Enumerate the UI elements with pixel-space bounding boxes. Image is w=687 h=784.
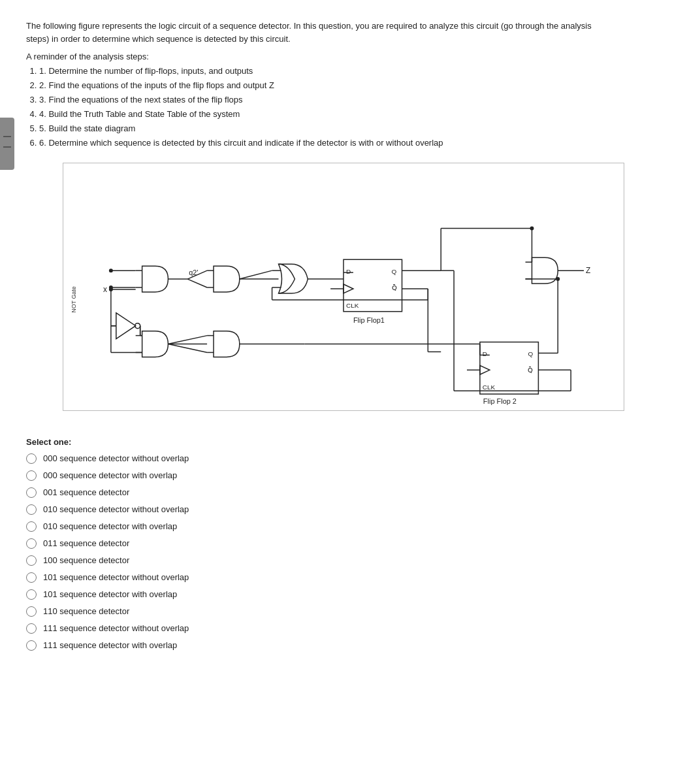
step-2: 2. Find the equations of the inputs of t…: [39, 78, 661, 93]
option-label-3[interactable]: 001 sequence detector: [43, 487, 129, 497]
option-item-5[interactable]: 010 sequence detector with overlap: [26, 521, 661, 532]
svg-line-46: [168, 344, 207, 352]
radio-opt9[interactable]: [26, 589, 37, 600]
option-label-8[interactable]: 101 sequence detector without overlap: [43, 572, 189, 582]
sidebar-handle: [0, 118, 14, 170]
option-item-7[interactable]: 100 sequence detector: [26, 555, 661, 566]
radio-opt12[interactable]: [26, 640, 37, 651]
svg-line-17: [240, 270, 272, 279]
option-label-6[interactable]: 011 sequence detector: [43, 538, 129, 548]
svg-line-13: [187, 279, 207, 287]
not-gate-label: NOT Gate: [71, 286, 77, 313]
options-list: 000 sequence detector without overlap000…: [26, 453, 661, 651]
option-item-6[interactable]: 011 sequence detector: [26, 538, 661, 549]
option-item-12[interactable]: 111 sequence detector with overlap: [26, 640, 661, 651]
radio-opt8[interactable]: [26, 572, 37, 583]
svg-text:CLK: CLK: [483, 384, 496, 391]
option-item-4[interactable]: 010 sequence detector without overlap: [26, 504, 661, 515]
circuit-svg: NOT Gate x q2': [63, 163, 624, 410]
reminder-section: A reminder of the analysis steps: 1. Det…: [26, 52, 661, 151]
option-label-9[interactable]: 101 sequence detector with overlap: [43, 589, 177, 599]
svg-line-45: [168, 335, 207, 344]
option-label-5[interactable]: 010 sequence detector with overlap: [43, 521, 177, 531]
option-item-1[interactable]: 000 sequence detector without overlap: [26, 453, 661, 464]
radio-opt2[interactable]: [26, 470, 37, 481]
radio-opt5[interactable]: [26, 521, 37, 532]
option-item-8[interactable]: 101 sequence detector without overlap: [26, 572, 661, 583]
svg-text:Q̄: Q̄: [528, 367, 534, 374]
svg-point-58: [556, 277, 560, 281]
ff1-label: Flip Flop1: [353, 316, 385, 323]
radio-opt11[interactable]: [26, 623, 37, 634]
reminder-title: A reminder of the analysis steps:: [26, 52, 661, 61]
svg-marker-1: [116, 312, 136, 338]
option-item-10[interactable]: 110 sequence detector: [26, 606, 661, 617]
option-label-4[interactable]: 010 sequence detector without overlap: [43, 504, 189, 514]
svg-marker-53: [480, 365, 490, 374]
svg-text:Q: Q: [528, 350, 534, 357]
radio-opt10[interactable]: [26, 606, 37, 617]
svg-text:Q: Q: [392, 268, 397, 275]
radio-opt1[interactable]: [26, 453, 37, 464]
radio-opt3[interactable]: [26, 487, 37, 498]
svg-point-74: [109, 269, 113, 272]
radio-opt6[interactable]: [26, 538, 37, 549]
input-x-label: x: [103, 285, 107, 294]
step-6: 6. Determine which sequence is detected …: [39, 136, 661, 150]
option-label-7[interactable]: 100 sequence detector: [43, 555, 129, 565]
option-item-2[interactable]: 000 sequence detector with overlap: [26, 470, 661, 481]
option-label-1[interactable]: 000 sequence detector without overlap: [43, 453, 189, 463]
option-item-9[interactable]: 101 sequence detector with overlap: [26, 589, 661, 600]
svg-marker-24: [344, 284, 353, 293]
svg-text:D: D: [483, 350, 487, 357]
svg-text:Q̄: Q̄: [392, 284, 397, 291]
steps-list: 1. Determine the number of flip-flops, i…: [39, 64, 661, 151]
radio-opt4[interactable]: [26, 504, 37, 515]
option-item-3[interactable]: 001 sequence detector: [26, 487, 661, 498]
select-one-label: Select one:: [26, 437, 661, 447]
option-label-2[interactable]: 000 sequence detector with overlap: [43, 470, 177, 480]
svg-rect-6: [136, 264, 162, 290]
z-output-label: Z: [586, 266, 590, 275]
step-4: 4. Build the Truth Table and State Table…: [39, 107, 661, 122]
option-label-12[interactable]: 111 sequence detector with overlap: [43, 640, 177, 650]
option-label-10[interactable]: 110 sequence detector: [43, 606, 129, 616]
svg-text:D: D: [346, 268, 351, 275]
step-1: 1. Determine the number of flip-flops, i…: [39, 64, 661, 78]
ff2-label: Flip Flop 2: [483, 397, 517, 405]
svg-point-75: [109, 286, 113, 289]
option-item-11[interactable]: 111 sequence detector without overlap: [26, 623, 661, 634]
step-3: 3. Find the equations of the next states…: [39, 93, 661, 107]
circuit-diagram: NOT Gate x q2': [63, 163, 624, 411]
intro-paragraph: The following figure represents the logi…: [26, 20, 614, 45]
svg-text:CLK: CLK: [346, 301, 359, 308]
select-one-section: Select one: 000 sequence detector withou…: [26, 437, 661, 651]
radio-opt7[interactable]: [26, 555, 37, 566]
option-label-11[interactable]: 111 sequence detector without overlap: [43, 623, 189, 633]
svg-point-35: [530, 226, 534, 230]
step-5: 5. Build the state diagram: [39, 122, 661, 136]
